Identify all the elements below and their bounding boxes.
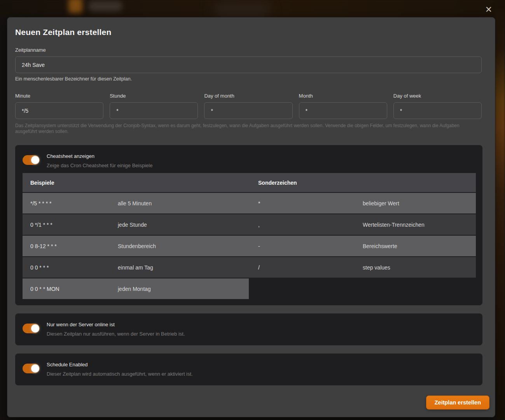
table-row: 0 0 * * MON jeden Montag [23,278,249,299]
table-header-row: Beispiele Sonderzeichen [23,173,476,192]
cron-field-minute: Minute [15,93,103,119]
cron-field-day-of-week: Day of week [393,93,482,119]
schedule-enabled-panel: Schedule Enabled Dieser Zeitplan wird au… [15,354,482,385]
day-of-month-label: Day of month [204,93,292,99]
cron-field-hour: Stunde [110,93,198,119]
cheatsheet-toggle-help: Zeige das Cron Cheatsheet für einige Bei… [47,162,152,170]
month-label: Month [299,93,387,99]
minute-input[interactable] [15,102,103,119]
hour-label: Stunde [110,93,198,99]
blurred-header-item [214,2,270,19]
cheatsheet-toggle-row: Cheatsheet anzeigen Zeige das Cron Cheat… [23,152,475,170]
schedule-name-help: Ein menschenlesbarer Bezeichner für dies… [15,76,488,82]
table-row: */5 * * * * alle 5 Minuten * beliebiger … [23,193,476,214]
minute-label: Minute [15,93,103,99]
cheatsheet-panel: Cheatsheet anzeigen Zeige das Cron Cheat… [15,145,482,305]
day-of-month-input[interactable] [204,102,292,119]
cron-cheatsheet-table: Beispiele Sonderzeichen */5 * * * * alle… [23,173,476,299]
toggle-knob [31,364,39,373]
only-online-label: Nur wenn der Server online ist [47,321,185,329]
modal-title: Neuen Zeitplan erstellen [15,28,488,37]
table-row: 0 */1 * * * jede Stunde , Wertelisten-Tr… [23,214,476,235]
blurred-header-item [88,1,122,12]
toggle-knob [31,324,39,332]
schedule-name-label: Zeitplanname [15,47,488,53]
only-online-help: Diesen Zeitplan nur ausführen, wenn der … [47,330,185,338]
cron-field-month: Month [299,93,387,119]
schedule-enabled-help: Dieser Zeitplan wird automatisch ausgefü… [47,370,193,378]
close-icon[interactable]: ✕ [482,4,495,16]
create-schedule-button[interactable]: Zeitplan erstellen [426,396,489,410]
cheatsheet-toggle-label: Cheatsheet anzeigen [47,152,152,160]
create-schedule-modal: Neuen Zeitplan erstellen Zeitplanname Ei… [7,17,495,417]
only-online-panel: Nur wenn der Server online ist Diesen Ze… [15,313,482,345]
month-input[interactable] [299,102,387,119]
examples-header: Beispiele [23,180,118,186]
cron-fields: Minute Stunde Day of month Month Day of … [15,93,482,119]
special-chars-header: Sonderzeichen [249,180,353,186]
only-online-toggle[interactable] [23,324,40,333]
toggle-knob [31,156,39,164]
blurred-page-edge [495,0,505,420]
cron-field-day-of-month: Day of month [204,93,292,119]
schedule-enabled-toggle[interactable] [23,364,40,373]
hour-input[interactable] [110,102,198,119]
table-row: 0 0 * * * einmal am Tag / step values [23,257,476,278]
table-row: 0 8-12 * * * Stundenbereich - Bereichswe… [23,236,476,256]
cron-syntax-help: Das Zeitplansystem unterstützt die Verwe… [15,123,470,135]
schedule-enabled-label: Schedule Enabled [47,361,193,369]
cheatsheet-toggle[interactable] [23,155,40,165]
blurred-app-icon [68,0,82,13]
day-of-week-label: Day of week [393,93,482,99]
modal-footer: Zeitplan erstellen [15,396,489,410]
day-of-week-input[interactable] [393,102,482,119]
schedule-name-input[interactable] [15,56,482,73]
cheatsheet-toggle-text: Cheatsheet anzeigen Zeige das Cron Cheat… [47,152,152,170]
